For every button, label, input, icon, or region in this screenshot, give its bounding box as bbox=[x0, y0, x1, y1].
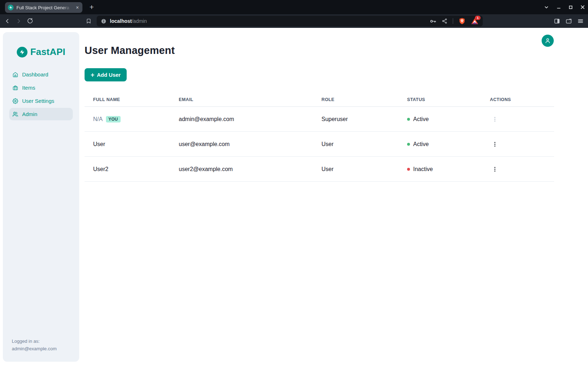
share-icon[interactable] bbox=[442, 18, 447, 24]
home-icon bbox=[12, 72, 18, 77]
header-role: Role bbox=[313, 97, 399, 102]
cell-email: user2@example.com bbox=[170, 166, 313, 172]
header-full-name: Full Name bbox=[85, 97, 170, 102]
cell-email: admin@example.com bbox=[170, 116, 313, 122]
rewards-notification-badge: 1 bbox=[475, 16, 481, 20]
url-host: localhost bbox=[110, 18, 132, 24]
status-text: Inactive bbox=[413, 166, 433, 172]
user-avatar-button[interactable] bbox=[542, 35, 554, 47]
cell-full-name: N/A YOU bbox=[85, 116, 170, 122]
status-dot-icon bbox=[407, 143, 410, 146]
full-name-text: User bbox=[93, 141, 105, 147]
fastapi-logo: FastAPI bbox=[3, 46, 79, 57]
url-text: localhost/admin bbox=[110, 18, 430, 24]
address-bar[interactable]: localhost/admin 1 bbox=[97, 16, 483, 26]
cell-actions bbox=[481, 166, 554, 173]
sidebar-item-label: Admin bbox=[22, 111, 37, 117]
status-text: Active bbox=[413, 116, 429, 122]
tab-search-chevron-icon[interactable] bbox=[544, 5, 549, 10]
sidebar-item-items[interactable]: Items bbox=[9, 81, 73, 94]
site-info-icon[interactable] bbox=[101, 19, 106, 24]
gear-icon bbox=[12, 98, 18, 104]
divider bbox=[453, 18, 453, 24]
brave-wallet-icon[interactable] bbox=[566, 18, 572, 24]
header-email: Email bbox=[170, 97, 313, 102]
add-user-button[interactable]: + Add User bbox=[85, 68, 127, 81]
sidebar-item-label: Items bbox=[22, 85, 35, 91]
cell-actions bbox=[481, 116, 554, 123]
password-key-icon[interactable] bbox=[430, 18, 436, 25]
table-header-row: Full Name Email Role Status Actions bbox=[85, 92, 554, 107]
cell-status: Active bbox=[399, 141, 481, 147]
cell-actions bbox=[481, 141, 554, 148]
status-text: Active bbox=[413, 141, 429, 147]
cell-status: Inactive bbox=[399, 166, 481, 172]
cell-role: User bbox=[313, 141, 399, 147]
row-actions-kebab-icon[interactable] bbox=[490, 116, 500, 123]
url-path: /admin bbox=[132, 18, 147, 24]
sidebar-panel-icon[interactable] bbox=[554, 18, 560, 24]
browser-tab[interactable]: Full Stack Project Genera × bbox=[5, 2, 82, 13]
table-row: User user@example.com User Active bbox=[85, 132, 554, 157]
sidebar-nav: Dashboard Items User Settings Admin bbox=[3, 68, 79, 120]
browser-toolbar: localhost/admin 1 bbox=[0, 14, 588, 28]
sidebar-item-user-settings[interactable]: User Settings bbox=[9, 95, 73, 107]
table-row: N/A YOU admin@example.com Superuser Acti… bbox=[85, 107, 554, 132]
page-title: User Management bbox=[85, 45, 588, 56]
cell-full-name: User2 bbox=[85, 166, 170, 172]
cell-role: User bbox=[313, 166, 399, 172]
toolbar-right-icons bbox=[554, 18, 584, 24]
logged-in-email: admin@example.com bbox=[12, 345, 57, 352]
logo-text: FastAPI bbox=[30, 46, 65, 57]
main-content: User Management + Add User Full Name Ema… bbox=[85, 28, 588, 366]
sidebar-item-dashboard[interactable]: Dashboard bbox=[9, 68, 73, 81]
users-icon bbox=[12, 111, 18, 117]
header-actions: Actions bbox=[481, 97, 554, 102]
brave-shield-icon[interactable] bbox=[458, 17, 466, 25]
new-tab-button[interactable]: + bbox=[87, 2, 97, 12]
window-minimize-icon[interactable] bbox=[556, 5, 561, 10]
forward-button-icon[interactable] bbox=[16, 18, 22, 24]
menu-hamburger-icon[interactable] bbox=[577, 18, 584, 24]
header-status: Status bbox=[399, 97, 481, 102]
brave-rewards-icon[interactable]: 1 bbox=[471, 17, 478, 25]
plus-icon: + bbox=[91, 72, 95, 78]
tab-title: Full Stack Project Genera bbox=[16, 5, 72, 10]
logged-in-as-label: Logged in as: bbox=[12, 337, 57, 345]
cell-status: Active bbox=[399, 116, 481, 122]
cell-full-name: User bbox=[85, 141, 170, 147]
browser-titlebar: Full Stack Project Genera × + bbox=[0, 0, 588, 14]
sidebar-item-label: User Settings bbox=[22, 98, 54, 104]
window-close-icon[interactable] bbox=[580, 5, 585, 10]
fastapi-bolt-icon bbox=[17, 47, 27, 57]
cell-role: Superuser bbox=[313, 116, 399, 122]
sidebar-item-admin[interactable]: Admin bbox=[9, 108, 73, 120]
row-actions-kebab-icon[interactable] bbox=[490, 141, 500, 148]
back-button-icon[interactable] bbox=[4, 18, 10, 24]
sidebar: FastAPI Dashboard Items User Settings Ad… bbox=[3, 32, 79, 362]
fastapi-favicon-icon bbox=[8, 5, 14, 10]
page-content: FastAPI Dashboard Items User Settings Ad… bbox=[0, 28, 588, 366]
table-row: User2 user2@example.com User Inactive bbox=[85, 157, 554, 182]
bookmark-icon[interactable] bbox=[86, 19, 91, 24]
row-actions-kebab-icon[interactable] bbox=[490, 166, 500, 173]
window-controls bbox=[544, 0, 585, 14]
address-bar-actions: 1 bbox=[430, 17, 478, 25]
sidebar-footer: Logged in as: admin@example.com bbox=[12, 337, 57, 352]
status-dot-icon bbox=[407, 118, 410, 121]
full-name-text: N/A bbox=[93, 116, 103, 122]
window-maximize-icon[interactable] bbox=[568, 5, 573, 10]
you-badge: YOU bbox=[106, 116, 121, 122]
full-name-text: User2 bbox=[93, 166, 108, 172]
reload-button-icon[interactable] bbox=[27, 18, 33, 24]
briefcase-icon bbox=[12, 85, 18, 91]
user-icon bbox=[544, 37, 551, 44]
sidebar-item-label: Dashboard bbox=[22, 71, 48, 77]
status-dot-icon bbox=[407, 168, 410, 171]
tab-close-icon[interactable]: × bbox=[75, 5, 80, 10]
users-table: Full Name Email Role Status Actions N/A … bbox=[85, 92, 554, 182]
add-user-label: Add User bbox=[97, 72, 121, 78]
cell-email: user@example.com bbox=[170, 141, 313, 147]
